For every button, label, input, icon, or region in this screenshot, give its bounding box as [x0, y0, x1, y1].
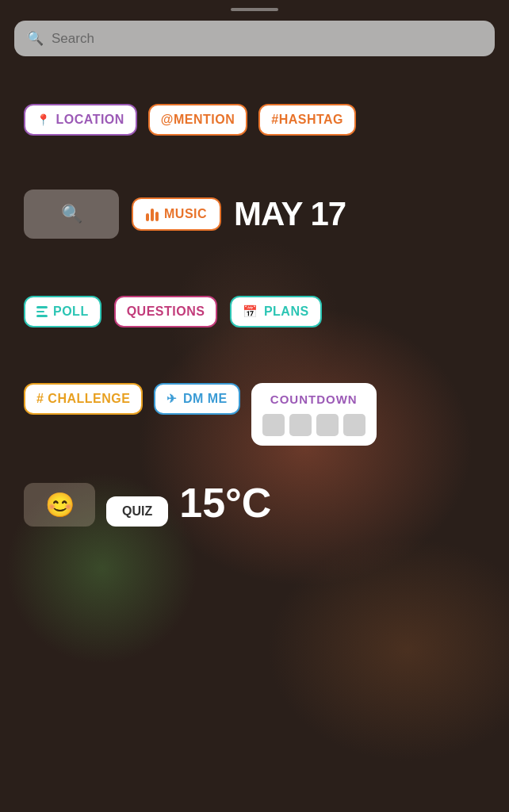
location-sticker[interactable]: 📍 LOCATION: [24, 104, 137, 136]
plans-label: PLANS: [264, 304, 309, 319]
poll-sticker[interactable]: POLL: [24, 296, 101, 327]
search-icon: 🔍: [27, 30, 44, 47]
search-pill-icon: 🔍: [61, 204, 82, 224]
countdown-blocks: [262, 414, 365, 436]
main-content: 🔍 Search 📍 LOCATION @MENTION #HASHTAG 🔍: [0, 8, 509, 812]
search-bar[interactable]: 🔍 Search: [14, 21, 495, 56]
may17-sticker[interactable]: MAY 17: [234, 195, 346, 233]
plans-sticker[interactable]: 📅 PLANS: [230, 296, 321, 327]
music-sticker[interactable]: MUSIC: [132, 197, 221, 231]
countdown-label: COUNTDOWN: [270, 393, 358, 406]
emoji-sticker[interactable]: 😊: [24, 483, 95, 527]
sticker-row-5: 😊 QUIZ 15°C: [24, 479, 485, 527]
calendar-icon: 📅: [243, 304, 258, 319]
poll-icon: [36, 306, 48, 317]
mention-sticker[interactable]: @MENTION: [148, 104, 247, 136]
paper-plane-icon: ✈: [166, 392, 178, 406]
quiz-sticker[interactable]: QUIZ: [106, 496, 168, 527]
countdown-sticker[interactable]: COUNTDOWN: [251, 383, 377, 446]
questions-label: QUESTIONS: [127, 304, 205, 319]
countdown-block-1: [262, 414, 285, 436]
music-label: MUSIC: [164, 207, 207, 221]
quiz-label: QUIZ: [122, 504, 152, 519]
challenge-label: # CHALLENGE: [36, 392, 130, 406]
emoji-icon: 😊: [45, 491, 75, 519]
status-handle: [231, 8, 278, 11]
location-label: LOCATION: [56, 113, 124, 127]
countdown-block-3: [316, 414, 339, 436]
sticker-area: 📍 LOCATION @MENTION #HASHTAG 🔍: [0, 104, 509, 527]
dmme-label: DM ME: [183, 392, 228, 406]
sticker-row-1: 📍 LOCATION @MENTION #HASHTAG: [24, 104, 485, 136]
search-placeholder: Search: [52, 31, 94, 47]
mention-label: @MENTION: [161, 113, 235, 127]
sticker-row-2: 🔍 MUSIC MAY 17: [24, 190, 485, 239]
hashtag-sticker[interactable]: #HASHTAG: [258, 104, 356, 136]
countdown-block-2: [289, 414, 312, 436]
sticker-row-3: POLL QUESTIONS 📅 PLANS: [24, 296, 485, 327]
countdown-block-4: [343, 414, 365, 436]
questions-sticker[interactable]: QUESTIONS: [114, 296, 218, 327]
location-icon: 📍: [36, 113, 51, 126]
challenge-sticker[interactable]: # CHALLENGE: [24, 383, 143, 415]
temp-sticker[interactable]: 15°C: [179, 479, 271, 527]
search-pill-sticker[interactable]: 🔍: [24, 190, 119, 239]
music-bars-icon: [146, 207, 159, 221]
sticker-row-4: # CHALLENGE ✈ DM ME COUNTDOWN: [24, 383, 485, 446]
hashtag-label: #HASHTAG: [271, 113, 343, 127]
poll-label: POLL: [53, 304, 89, 319]
dmme-sticker[interactable]: ✈ DM ME: [154, 383, 239, 415]
